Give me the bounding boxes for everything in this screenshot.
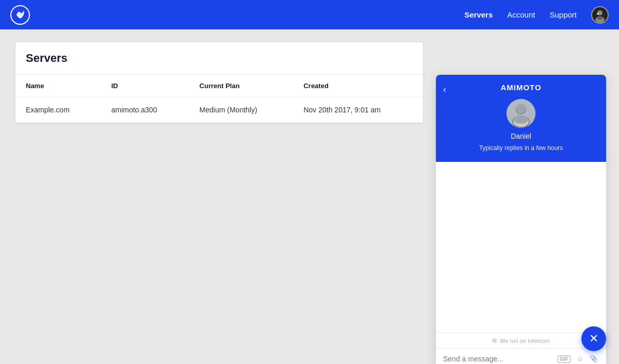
gif-button[interactable]: GIF <box>557 354 572 363</box>
emoji-button[interactable]: ☺ <box>576 354 584 363</box>
emoji-icon: ☺ <box>577 355 583 362</box>
table-row[interactable]: Example.com amimoto.a300 Medium (Monthly… <box>15 97 423 123</box>
col-plan: Current Plan <box>189 75 294 97</box>
user-avatar[interactable] <box>591 6 609 24</box>
servers-title: Servers <box>26 52 413 65</box>
nav-support[interactable]: Support <box>549 10 577 19</box>
svg-point-10 <box>516 104 526 113</box>
svg-point-4 <box>597 13 599 15</box>
chat-reply-time: Typically replies in a few hours <box>479 144 563 152</box>
intercom-icon: ⊞ <box>492 337 497 344</box>
chat-header: ‹ AMIMOTO Daniel Typically replies in a … <box>436 75 606 162</box>
header: Servers Account Support <box>0 0 619 29</box>
col-created: Created <box>293 75 423 97</box>
chat-panel: ‹ AMIMOTO Daniel Typically replies in a … <box>436 75 606 364</box>
header-nav: Servers Account Support <box>464 6 609 24</box>
chat-action-icons: GIF ☺ 📎 <box>557 354 599 363</box>
col-id: ID <box>101 75 189 97</box>
intercom-label: ⊞ We run on Intercom <box>436 333 606 348</box>
close-chat-button[interactable]: ✕ <box>581 326 606 351</box>
attachment-button[interactable]: 📎 <box>589 354 599 363</box>
row-created: Nov 20th 2017, 9:01 am <box>293 97 423 123</box>
main-content: Servers Name ID Current Plan Created Exa… <box>0 29 619 364</box>
col-name: Name <box>15 75 101 97</box>
servers-panel-header: Servers <box>15 42 423 75</box>
servers-table: Name ID Current Plan Created Example.com… <box>15 75 423 123</box>
chat-footer: ⊞ We run on Intercom GIF ☺ 📎 <box>436 333 606 364</box>
chat-back-button[interactable]: ‹ <box>443 84 446 95</box>
logo[interactable] <box>10 5 30 25</box>
row-plan: Medium (Monthly) <box>189 97 294 123</box>
svg-rect-11 <box>514 115 528 124</box>
nav-servers[interactable]: Servers <box>464 10 493 19</box>
chat-title: AMIMOTO <box>500 83 541 92</box>
attachment-icon: 📎 <box>590 355 598 362</box>
chat-agent-name: Daniel <box>511 132 531 140</box>
chat-body <box>436 162 606 333</box>
servers-panel: Servers Name ID Current Plan Created Exa… <box>15 42 423 123</box>
row-id: amimoto.a300 <box>101 97 189 123</box>
chat-message-input[interactable] <box>443 355 552 363</box>
chat-agent-avatar <box>507 99 535 128</box>
nav-account[interactable]: Account <box>507 10 535 19</box>
row-name: Example.com <box>15 97 101 123</box>
chat-input-area: GIF ☺ 📎 <box>436 348 606 364</box>
